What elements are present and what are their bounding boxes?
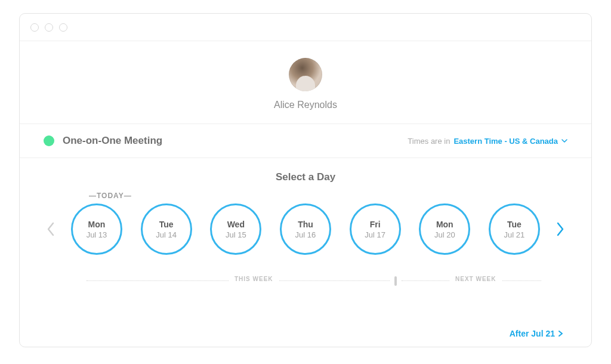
day-of-week: Tue [507,220,521,229]
profile-name: Alice Reynolds [20,100,591,110]
day-of-week: Fri [370,220,381,229]
next-days-button[interactable] [553,217,567,241]
day-option[interactable]: Tue Jul 21 [489,203,540,255]
day-option[interactable]: Mon Jul 20 [419,203,470,255]
days-list: Mon Jul 13 Tue Jul 14 Wed Jul 15 Thu Jul… [71,203,540,255]
browser-window: Alice Reynolds One-on-One Meeting Times … [19,13,592,347]
week-divider: THIS WEEK NEXT WEEK [44,275,567,287]
window-titlebar [20,14,591,41]
timezone-prefix: Times are in [408,137,450,146]
next-week-label: NEXT WEEK [449,276,502,282]
meeting-bar: One-on-One Meeting Times are in Eastern … [20,124,591,158]
chevron-right-icon [558,329,563,338]
status-dot-icon [44,135,54,146]
day-option[interactable]: Fri Jul 17 [350,203,401,255]
day-of-week: Tue [159,220,174,229]
day-date: Jul 21 [504,230,525,239]
week-split-marker-icon [394,276,397,286]
timezone-select[interactable]: Eastern Time - US & Canada [453,137,567,146]
day-option[interactable]: Mon Jul 13 [71,203,122,255]
day-date: Jul 17 [365,230,385,239]
after-date-link[interactable]: After Jul 21 [510,329,563,338]
day-option[interactable]: Tue Jul 14 [141,203,192,255]
timezone-area: Times are in Eastern Time - US & Canada [408,137,567,146]
window-zoom-icon[interactable] [59,23,67,32]
day-selector: Select a Day —TODAY— Mon Jul 13 Tue Jul … [20,158,591,347]
day-of-week: Mon [436,220,453,229]
day-option[interactable]: Wed Jul 15 [210,203,261,255]
day-of-week: Thu [298,220,313,229]
profile-header: Alice Reynolds [20,41,591,124]
day-date: Jul 16 [295,230,316,239]
select-heading: Select a Day [44,171,567,183]
chevron-down-icon [561,139,567,143]
timezone-value: Eastern Time - US & Canada [453,137,558,146]
window-minimize-icon[interactable] [45,23,53,32]
prev-days-button[interactable] [44,217,58,241]
day-of-week: Wed [227,220,245,229]
day-date: Jul 14 [156,230,177,239]
day-date: Jul 13 [87,230,107,239]
today-label: —TODAY— [89,192,567,200]
meeting-info: One-on-One Meeting [44,135,162,147]
day-date: Jul 15 [226,230,246,239]
day-date: Jul 20 [434,230,455,239]
after-date-label: After Jul 21 [510,329,555,338]
meeting-title: One-on-One Meeting [63,135,162,147]
this-week-label: THIS WEEK [229,276,279,282]
day-option[interactable]: Thu Jul 16 [280,203,331,255]
day-row: Mon Jul 13 Tue Jul 14 Wed Jul 15 Thu Jul… [44,203,567,255]
window-close-icon[interactable] [30,23,39,32]
avatar [289,58,322,91]
day-of-week: Mon [88,220,106,229]
